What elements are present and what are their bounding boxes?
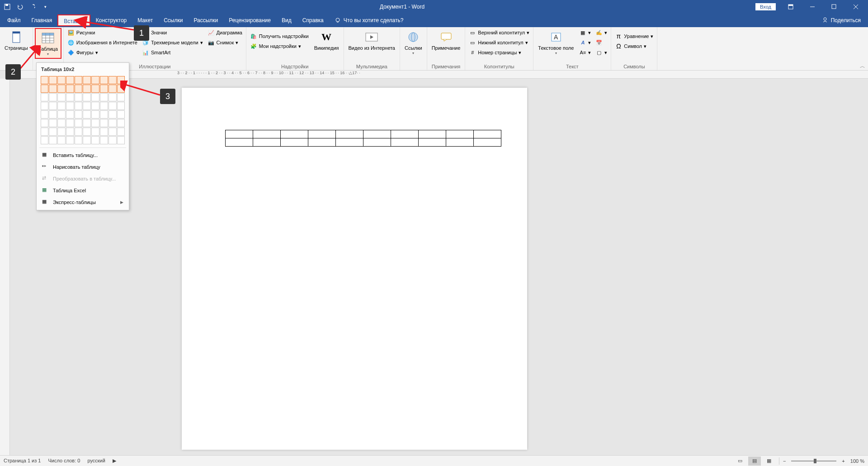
tab-home[interactable]: Главная [26, 14, 58, 26]
grid-cell[interactable] [83, 128, 91, 136]
grid-cell[interactable] [41, 93, 49, 101]
3d-models-button[interactable]: 🧊Трехмерные модели ▾ [140, 38, 205, 47]
grid-cell[interactable] [41, 119, 49, 127]
zoom-level[interactable]: 100 % [850, 458, 864, 464]
pictures-button[interactable]: 🖼️Рисунки [66, 28, 139, 37]
datetime-button[interactable]: 📅 [594, 38, 609, 47]
grid-cell[interactable] [108, 85, 117, 93]
get-addins-button[interactable]: 🛍️Получить надстройки [248, 32, 311, 41]
tell-me-search[interactable]: Что вы хотите сделать? [329, 17, 409, 24]
grid-cell[interactable] [117, 110, 125, 119]
grid-cell[interactable] [75, 102, 83, 110]
grid-cell[interactable] [75, 110, 83, 119]
grid-cell[interactable] [57, 76, 66, 84]
grid-cell[interactable] [100, 93, 108, 101]
grid-cell[interactable] [49, 93, 57, 101]
grid-cell[interactable] [49, 110, 57, 119]
grid-cell[interactable] [41, 76, 49, 84]
grid-cell[interactable] [108, 119, 117, 127]
footer-button[interactable]: ▭Нижний колонтитул ▾ [467, 38, 531, 47]
grid-cell[interactable] [83, 110, 91, 119]
grid-cell[interactable] [83, 119, 91, 127]
tab-mailings[interactable]: Рассылки [188, 14, 223, 26]
macro-icon[interactable]: ▶ [113, 458, 116, 464]
online-pictures-button[interactable]: 🌐Изображения в Интернете [66, 38, 139, 47]
zoom-slider[interactable] [791, 461, 836, 461]
undo-icon[interactable] [16, 3, 24, 10]
comment-button[interactable]: Примечание [429, 28, 463, 53]
grid-cell[interactable] [91, 119, 99, 127]
grid-cell[interactable] [57, 119, 66, 127]
login-button[interactable]: Вход [755, 3, 776, 10]
grid-cell[interactable] [117, 76, 125, 84]
share-button[interactable]: Поделиться [822, 17, 866, 24]
ribbon-display-icon[interactable] [780, 0, 801, 14]
grid-cell[interactable] [91, 85, 99, 93]
grid-cell[interactable] [100, 76, 108, 84]
draw-table-menuitem[interactable]: ✏Нарисовать таблицу [38, 161, 127, 173]
grid-cell[interactable] [100, 102, 108, 110]
symbol-button[interactable]: ΩСимвол ▾ [613, 42, 655, 51]
print-layout-icon[interactable]: ▤ [748, 456, 761, 466]
smartart-button[interactable]: 📊SmartArt [140, 48, 205, 57]
tab-view[interactable]: Вид [276, 14, 297, 26]
grid-cell[interactable] [91, 93, 99, 101]
close-icon[interactable] [845, 0, 866, 14]
grid-cell[interactable] [117, 85, 125, 93]
grid-cell[interactable] [108, 136, 117, 144]
screenshot-button[interactable]: 📷Снимок ▾ [206, 38, 244, 47]
save-icon[interactable] [4, 3, 11, 10]
grid-cell[interactable] [41, 128, 49, 136]
excel-table-menuitem[interactable]: ▦Таблица Excel [38, 185, 127, 196]
tab-file[interactable]: Файл [2, 14, 26, 26]
grid-cell[interactable] [66, 85, 74, 93]
collapse-ribbon-icon[interactable]: ︿ [860, 62, 865, 70]
grid-cell[interactable] [91, 76, 99, 84]
grid-cell[interactable] [75, 93, 83, 101]
zoom-out-button[interactable]: − [783, 458, 786, 464]
grid-cell[interactable] [100, 85, 108, 93]
grid-cell[interactable] [57, 85, 66, 93]
grid-cell[interactable] [83, 85, 91, 93]
tab-references[interactable]: Ссылки [158, 14, 188, 26]
table-size-grid[interactable] [38, 74, 127, 146]
grid-cell[interactable] [83, 93, 91, 101]
grid-cell[interactable] [57, 93, 66, 101]
grid-cell[interactable] [108, 93, 117, 101]
quick-parts-button[interactable]: ▦▾ [577, 28, 593, 37]
tab-layout[interactable]: Макет [132, 14, 158, 26]
table-button[interactable]: Таблица ▾ [35, 28, 61, 59]
header-button[interactable]: ▭Верхний колонтитул ▾ [467, 28, 531, 37]
grid-cell[interactable] [66, 128, 74, 136]
grid-cell[interactable] [75, 119, 83, 127]
grid-cell[interactable] [66, 76, 74, 84]
grid-cell[interactable] [49, 85, 57, 93]
grid-cell[interactable] [117, 102, 125, 110]
zoom-in-button[interactable]: + [842, 458, 844, 464]
grid-cell[interactable] [57, 128, 66, 136]
wordart-button[interactable]: A▾ [577, 38, 593, 47]
document-page[interactable] [182, 88, 527, 450]
grid-cell[interactable] [108, 110, 117, 119]
redo-icon[interactable] [29, 3, 36, 10]
wikipedia-button[interactable]: W Википедия [311, 28, 342, 53]
grid-cell[interactable] [49, 102, 57, 110]
grid-cell[interactable] [117, 128, 125, 136]
grid-cell[interactable] [83, 136, 91, 144]
grid-cell[interactable] [49, 76, 57, 84]
grid-cell[interactable] [41, 110, 49, 119]
status-page[interactable]: Страница 1 из 1 [4, 458, 41, 464]
grid-cell[interactable] [91, 110, 99, 119]
inserted-table[interactable] [225, 130, 501, 147]
grid-cell[interactable] [75, 76, 83, 84]
links-button[interactable]: Ссылки ▾ [402, 28, 425, 57]
grid-cell[interactable] [49, 119, 57, 127]
icons-button[interactable]: ✦Значки [140, 28, 205, 37]
grid-cell[interactable] [41, 136, 49, 144]
grid-cell[interactable] [66, 110, 74, 119]
grid-cell[interactable] [100, 128, 108, 136]
signature-button[interactable]: ✍▾ [594, 28, 609, 37]
tab-review[interactable]: Рецензирование [223, 14, 276, 26]
minimize-icon[interactable] [802, 0, 823, 14]
grid-cell[interactable] [66, 102, 74, 110]
